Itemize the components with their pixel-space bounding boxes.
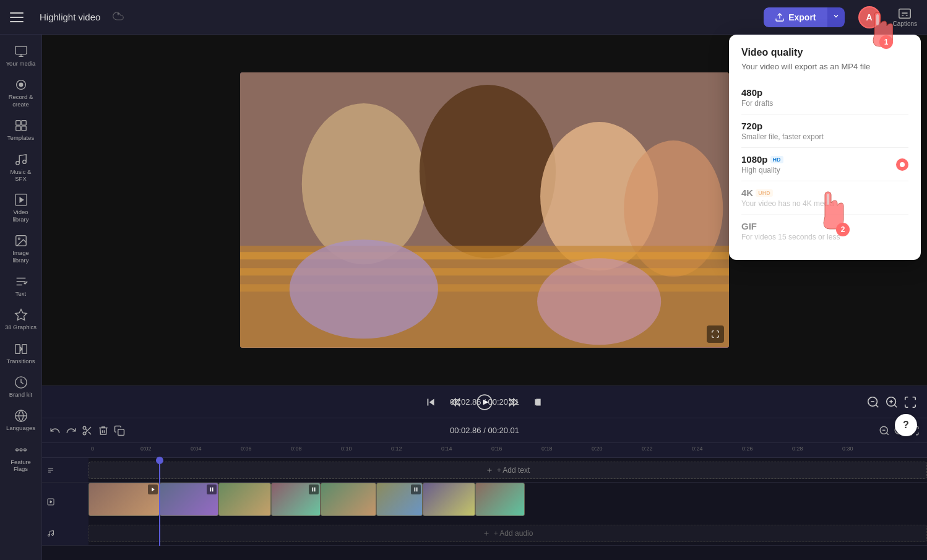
rewind-button[interactable] bbox=[449, 395, 462, 409]
audio-track: + Add audio bbox=[42, 521, 927, 546]
video-clips bbox=[88, 483, 927, 516]
sidebar-item-languages[interactable]: Languages bbox=[2, 404, 40, 436]
audio-track-content: + Add audio bbox=[88, 521, 927, 545]
clip-icon-1 bbox=[148, 485, 158, 494]
svg-rect-64 bbox=[313, 487, 314, 491]
video-clip-8[interactable] bbox=[475, 483, 525, 516]
audio-track-label bbox=[42, 521, 88, 545]
sidebar-item-feature-flags[interactable]: Feature Flags bbox=[2, 438, 40, 478]
fast-forward-button[interactable] bbox=[507, 395, 520, 409]
menu-button[interactable] bbox=[10, 9, 27, 26]
sidebar-item-record-create[interactable]: Record & create bbox=[2, 73, 40, 113]
export-button[interactable]: Export bbox=[764, 7, 827, 27]
zoom-out-button[interactable] bbox=[866, 395, 880, 409]
svg-point-26 bbox=[420, 85, 556, 258]
quality-option-1080p[interactable]: 1080p HD High quality bbox=[741, 148, 908, 181]
quality-option-480p[interactable]: 480p For drafts bbox=[741, 81, 908, 114]
video-track bbox=[42, 483, 927, 521]
svg-line-38 bbox=[876, 405, 878, 407]
svg-marker-36 bbox=[483, 399, 489, 405]
quality-panel-subtitle: Your video will export as an MP4 file bbox=[741, 62, 908, 71]
svg-rect-18 bbox=[15, 344, 19, 353]
sidebar-item-image-library[interactable]: Image library bbox=[2, 229, 40, 269]
text-track-content: + Add text bbox=[88, 458, 927, 482]
playback-controls: 00:02.86 / 00:20.01 bbox=[42, 386, 927, 418]
svg-rect-10 bbox=[15, 126, 20, 131]
video-clip-4[interactable] bbox=[271, 483, 321, 516]
export-group: Export bbox=[764, 7, 844, 27]
cut-button[interactable] bbox=[82, 425, 93, 436]
zoom-in-button[interactable] bbox=[885, 395, 899, 409]
sidebar-item-transitions[interactable]: Transitions bbox=[2, 337, 40, 369]
avatar[interactable]: A bbox=[858, 6, 881, 28]
help-button[interactable]: ? bbox=[895, 414, 917, 436]
timeline-toolbar: 00:02.86 / 00:20.01 bbox=[42, 418, 927, 443]
sidebar-item-your-media[interactable]: Your media bbox=[2, 40, 40, 72]
hd-badge: HD bbox=[770, 156, 783, 163]
uhd-badge: UHD bbox=[756, 189, 773, 197]
svg-point-69 bbox=[52, 533, 54, 535]
delete-button[interactable] bbox=[98, 425, 109, 436]
svg-rect-49 bbox=[118, 429, 124, 435]
video-clip-7[interactable] bbox=[423, 483, 475, 516]
help-button-wrap: ? bbox=[895, 414, 917, 436]
video-clip-3[interactable] bbox=[218, 483, 271, 516]
quality-option-720p[interactable]: 720p Smaller file, faster export bbox=[741, 114, 908, 148]
video-track-content bbox=[88, 483, 927, 521]
undo-button[interactable] bbox=[50, 425, 61, 436]
sidebar-item-music-sfx[interactable]: Music & SFX bbox=[2, 148, 40, 187]
timeline-zoom-out[interactable] bbox=[879, 425, 890, 436]
svg-line-48 bbox=[85, 429, 87, 431]
timeline-tracks: + Add text bbox=[42, 458, 927, 546]
sidebar-item-video-library[interactable]: Video library bbox=[2, 188, 40, 228]
svg-point-17 bbox=[18, 238, 20, 240]
svg-point-13 bbox=[22, 160, 26, 163]
play-button[interactable] bbox=[473, 391, 496, 413]
sidebar-item-brand-kit[interactable]: Brand kit bbox=[2, 371, 40, 403]
svg-rect-62 bbox=[210, 487, 212, 491]
video-quality-panel: Video quality Your video will export as … bbox=[729, 35, 921, 260]
quality-option-gif[interactable]: GIF For videos 15 seconds or less bbox=[741, 215, 908, 248]
timeline-ruler: 0 0:02 0:04 0:06 0:08 0:10 0:12 0:14 0:1… bbox=[42, 443, 927, 458]
duplicate-button[interactable] bbox=[114, 425, 125, 436]
svg-point-45 bbox=[83, 432, 86, 435]
svg-line-51 bbox=[886, 433, 888, 434]
svg-rect-63 bbox=[212, 487, 213, 491]
export-chevron-button[interactable] bbox=[827, 7, 845, 27]
sidebar-item-text[interactable]: Text bbox=[2, 270, 40, 302]
skip-back-button[interactable] bbox=[424, 395, 438, 409]
svg-point-21 bbox=[15, 449, 18, 451]
playback-controls-wrap: 00:02.86 / 00:20.01 bbox=[42, 386, 927, 418]
timeline-timecode: 00:02.86 / 00:20.01 bbox=[450, 426, 519, 435]
video-clip-1[interactable] bbox=[88, 483, 160, 516]
fit-view-button[interactable] bbox=[903, 395, 917, 409]
fullscreen-button[interactable] bbox=[707, 325, 724, 343]
sidebar-item-templates[interactable]: Templates bbox=[2, 114, 40, 146]
skip-forward-button[interactable] bbox=[532, 395, 545, 409]
add-audio-button[interactable]: + Add audio bbox=[88, 525, 927, 542]
svg-rect-9 bbox=[21, 121, 25, 125]
svg-point-68 bbox=[48, 534, 50, 536]
svg-point-34 bbox=[537, 259, 661, 345]
svg-rect-65 bbox=[314, 487, 316, 491]
svg-point-33 bbox=[290, 240, 438, 339]
svg-rect-4 bbox=[899, 9, 910, 19]
redo-button[interactable] bbox=[66, 425, 77, 436]
quality-option-4k[interactable]: 4K UHD Your video has no 4K media bbox=[741, 181, 908, 215]
cloud-icon bbox=[113, 11, 124, 24]
svg-line-47 bbox=[88, 431, 91, 434]
add-text-button[interactable]: + Add text bbox=[88, 462, 927, 479]
project-title: Highlight video bbox=[40, 12, 100, 22]
video-clip-5[interactable] bbox=[321, 483, 376, 516]
svg-rect-19 bbox=[22, 344, 26, 353]
sidebar-item-graphics[interactable]: 38 Graphics bbox=[2, 303, 40, 335]
quality-radio-1080p bbox=[896, 158, 908, 171]
text-track: + Add text bbox=[42, 458, 927, 483]
video-track-label bbox=[42, 483, 88, 521]
video-clip-6[interactable] bbox=[376, 483, 423, 516]
captions-button[interactable]: Captions bbox=[893, 7, 917, 27]
svg-marker-61 bbox=[152, 488, 155, 491]
clip-icon-6 bbox=[411, 485, 421, 494]
video-clip-2[interactable] bbox=[160, 483, 218, 516]
video-background bbox=[240, 72, 729, 347]
